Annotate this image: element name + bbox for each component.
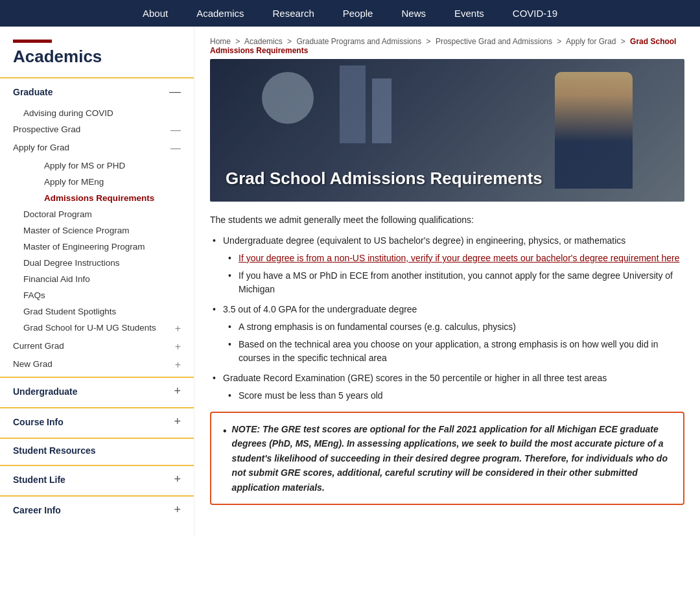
list-item-3: Graduate Record Examination (GRE) scores… bbox=[210, 371, 684, 403]
sidebar-graduate-label: Graduate bbox=[13, 87, 52, 97]
sidebar-title: Academics bbox=[13, 47, 181, 67]
list-item-2-sub2: Based on the technical area you choose o… bbox=[223, 338, 684, 365]
sidebar: Academics Graduate — Advising during COV… bbox=[0, 27, 194, 536]
sidebar-career-info-label: Career Info bbox=[13, 505, 61, 515]
content-intro: The students we admit generally meet the… bbox=[210, 215, 684, 225]
list-item-1-sub1: If your degree is from a non-US institut… bbox=[223, 252, 684, 265]
breadcrumb-home[interactable]: Home bbox=[210, 37, 231, 46]
list-item-1: Undergraduate degree (equivalent to US b… bbox=[210, 234, 684, 296]
list-item-2-sub1: A strong emphasis is on fundamental cour… bbox=[223, 320, 684, 334]
sidebar-graduate-header[interactable]: Graduate — bbox=[0, 78, 194, 105]
nav-research[interactable]: Research bbox=[259, 0, 329, 27]
sidebar-new-grad-label: New Grad bbox=[13, 359, 52, 371]
sidebar-student-life-toggle: + bbox=[174, 473, 181, 486]
sidebar-item-admissions-req[interactable]: Admissions Requirements bbox=[0, 190, 194, 206]
nav-covid[interactable]: COVID-19 bbox=[498, 0, 572, 27]
sidebar-item-apply-meng[interactable]: Apply for MEng bbox=[0, 174, 194, 190]
sidebar-course-info-label: Course Info bbox=[13, 417, 64, 427]
sidebar-new-grad-plus: + bbox=[175, 359, 181, 371]
nav-people[interactable]: People bbox=[329, 0, 388, 27]
sidebar-section-course-info: Course Info + bbox=[0, 407, 194, 435]
breadcrumb-academics[interactable]: Academics bbox=[244, 37, 283, 46]
sidebar-item-doctoral[interactable]: Doctoral Program bbox=[0, 206, 194, 222]
nav-about[interactable]: About bbox=[128, 0, 182, 27]
note-bullet: NOTE: The GRE test scores are optional f… bbox=[223, 422, 671, 495]
sidebar-item-apply-for-grad[interactable]: Apply for Grad — bbox=[0, 139, 194, 158]
sidebar-prospective-toggle: — bbox=[170, 124, 181, 136]
sidebar-item-meng-program[interactable]: Master of Engineering Program bbox=[0, 239, 194, 255]
sidebar-undergraduate-header[interactable]: Undergraduate + bbox=[0, 378, 194, 405]
hero-image: Grad School Admissions Requirements bbox=[210, 59, 684, 202]
sidebar-section-student-life: Student Life + bbox=[0, 465, 194, 493]
hero-shape2 bbox=[340, 65, 366, 143]
sidebar-item-advising[interactable]: Advising during COVID bbox=[0, 105, 194, 121]
sidebar-student-life-header[interactable]: Student Life + bbox=[0, 466, 194, 493]
breadcrumb-sep5: > bbox=[621, 37, 625, 46]
page-container: Academics Graduate — Advising during COV… bbox=[0, 27, 700, 536]
sidebar-item-dual-degree[interactable]: Dual Degree Instructions bbox=[0, 255, 194, 271]
hero-person bbox=[555, 72, 633, 189]
list-item-1-sub2: If you have a MS or PhD in ECE from anot… bbox=[223, 269, 684, 296]
note-box: NOTE: The GRE test scores are optional f… bbox=[210, 412, 684, 505]
breadcrumb-apply[interactable]: Apply for Grad bbox=[566, 37, 616, 46]
sidebar-section-undergraduate: Undergraduate + bbox=[0, 377, 194, 405]
sidebar-item-spotlights[interactable]: Grad Student Spotlights bbox=[0, 303, 194, 320]
main-content: Home > Academics > Graduate Programs and… bbox=[194, 27, 700, 536]
sidebar-item-ms-program[interactable]: Master of Science Program bbox=[0, 222, 194, 239]
breadcrumb-grad-programs[interactable]: Graduate Programs and Admissions bbox=[296, 37, 421, 46]
breadcrumb-sep3: > bbox=[426, 37, 431, 46]
sidebar-student-resources-header[interactable]: Student Resources bbox=[0, 439, 194, 462]
breadcrumb-sep1: > bbox=[235, 37, 240, 46]
content-list: Undergraduate degree (equivalent to US b… bbox=[210, 234, 684, 403]
breadcrumb-sep2: > bbox=[287, 37, 292, 46]
sidebar-prospective-label: Prospective Grad bbox=[13, 124, 80, 136]
breadcrumb-sep4: > bbox=[557, 37, 561, 46]
list-item-3-text: Graduate Record Examination (GRE) scores… bbox=[223, 373, 607, 383]
sidebar-section-student-resources: Student Resources bbox=[0, 438, 194, 462]
sidebar-undergraduate-label: Undergraduate bbox=[13, 386, 78, 397]
nav-news[interactable]: News bbox=[387, 0, 440, 27]
note-text: NOTE: The GRE test scores are optional f… bbox=[232, 422, 671, 495]
top-nav: About Academics Research People News Eve… bbox=[0, 0, 700, 27]
sidebar-item-grad-ug[interactable]: Grad School for U-M UG Students + bbox=[0, 320, 194, 338]
sidebar-student-resources-label: Student Resources bbox=[13, 445, 96, 456]
hero-shape1 bbox=[262, 72, 314, 124]
sidebar-apply-grad-label: Apply for Grad bbox=[13, 143, 69, 154]
list-item-3-sub1: Score must be less than 5 years old bbox=[223, 389, 684, 403]
sidebar-grad-ug-label: Grad School for U-M UG Students bbox=[23, 323, 156, 335]
sidebar-apply-grad-toggle: — bbox=[170, 143, 181, 154]
sidebar-grad-ug-plus: + bbox=[175, 323, 181, 335]
list-item-1-text: Undergraduate degree (equivalent to US b… bbox=[223, 235, 625, 246]
sidebar-current-grad-label: Current Grad bbox=[13, 341, 64, 353]
sidebar-item-faqs[interactable]: FAQs bbox=[0, 287, 194, 303]
sidebar-item-apply-ms-phd[interactable]: Apply for MS or PHD bbox=[0, 158, 194, 174]
hero-shape3 bbox=[372, 78, 391, 143]
sidebar-student-life-label: Student Life bbox=[13, 475, 65, 485]
sidebar-item-prospective-grad[interactable]: Prospective Grad — bbox=[0, 121, 194, 139]
hero-title: Grad School Admissions Requirements bbox=[210, 156, 558, 202]
nav-events[interactable]: Events bbox=[440, 0, 498, 27]
link-non-us-degree[interactable]: If your degree is from a non-US institut… bbox=[239, 253, 679, 263]
sidebar-current-grad-plus: + bbox=[175, 341, 181, 353]
sidebar-course-info-header[interactable]: Course Info + bbox=[0, 408, 194, 435]
list-item-2-text: 3.5 out of 4.0 GPA for the undergraduate… bbox=[223, 304, 417, 314]
sidebar-course-info-toggle: + bbox=[174, 415, 181, 429]
sidebar-item-current-grad[interactable]: Current Grad + bbox=[0, 338, 194, 356]
sidebar-career-info-header[interactable]: Career Info + bbox=[0, 497, 194, 523]
sidebar-undergraduate-toggle: + bbox=[174, 384, 181, 398]
sidebar-accent-bar bbox=[13, 40, 52, 43]
sidebar-graduate-toggle: — bbox=[169, 85, 181, 99]
list-item-2: 3.5 out of 4.0 GPA for the undergraduate… bbox=[210, 303, 684, 365]
breadcrumb-prospective[interactable]: Prospective Grad and Admissions bbox=[436, 37, 552, 46]
sidebar-item-new-grad[interactable]: New Grad + bbox=[0, 356, 194, 374]
sidebar-section-graduate: Graduate — Advising during COVID Prospec… bbox=[0, 77, 194, 374]
sidebar-career-info-toggle: + bbox=[174, 503, 181, 517]
sidebar-section-career-info: Career Info + bbox=[0, 495, 194, 523]
nav-academics[interactable]: Academics bbox=[182, 0, 258, 27]
sidebar-item-financial-aid[interactable]: Financial Aid Info bbox=[0, 271, 194, 287]
breadcrumb: Home > Academics > Graduate Programs and… bbox=[210, 37, 684, 55]
